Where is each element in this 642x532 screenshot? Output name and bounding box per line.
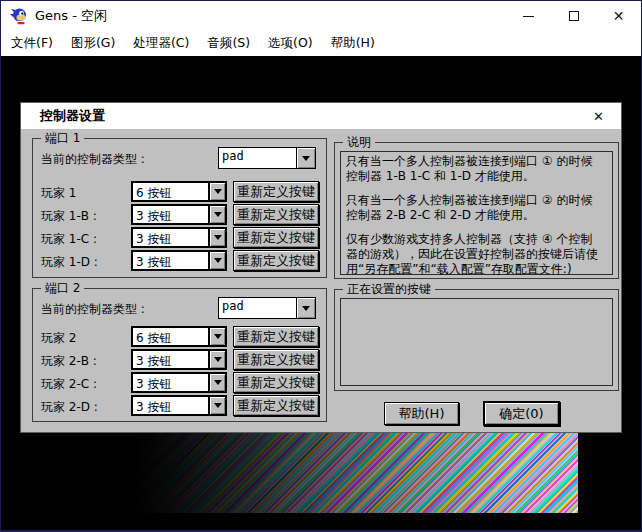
player-2c-combo-arrow-button[interactable] <box>208 374 225 391</box>
menu-item-cpu[interactable]: 处理器(C) <box>124 32 198 55</box>
dialog-title: 控制器设置 <box>40 107 105 125</box>
port1-type-combobox[interactable]: pad <box>218 147 316 169</box>
menu-item-file[interactable]: 文件(F) <box>2 32 62 55</box>
player-2c-label: 玩家 2-C : <box>41 376 97 393</box>
port2-type-value: pad <box>219 298 296 318</box>
player-1c-buttons-value: 3 按钮 <box>133 229 208 246</box>
player-1c-buttons-combobox[interactable]: 3 按钮 <box>131 227 227 248</box>
ok-button[interactable]: 确定(0) <box>483 401 560 426</box>
keys-status-group-label: 正在设置的按键 <box>343 282 435 296</box>
player-1b-combo-arrow-button[interactable] <box>208 206 225 223</box>
player-1-redefine-button[interactable]: 重新定义按键 <box>233 181 319 202</box>
player-1c-combo-arrow-button[interactable] <box>208 229 225 246</box>
menu-item-options[interactable]: 选项(O) <box>259 32 322 55</box>
port2-group: 端口 2 当前的控制器类型 : pad 玩家 2 6 按钮 重新定义按键 玩家 … <box>32 288 327 422</box>
player-2b-buttons-value: 3 按钮 <box>133 351 208 368</box>
instructions-paragraph: 仅有少数游戏支持多人控制器（支持 ④ 个控制器的游戏），因此在设置好控制器的按键… <box>346 232 599 277</box>
menubar: 文件(F) 图形(G) 处理器(C) 音频(S) 选项(O) 帮助(H) <box>1 31 641 56</box>
port1-type-combo-arrow-button[interactable] <box>296 148 315 168</box>
player-1b-redefine-button[interactable]: 重新定义按键 <box>233 204 319 225</box>
player-2c-redefine-button[interactable]: 重新定义按键 <box>233 372 319 393</box>
player-1d-redefine-button[interactable]: 重新定义按键 <box>233 250 319 271</box>
chevron-down-icon <box>214 189 222 194</box>
maximize-button[interactable] <box>551 1 596 31</box>
port2-type-combo-arrow-button[interactable] <box>296 298 315 318</box>
chevron-down-icon <box>214 334 222 339</box>
player-2-combo-arrow-button[interactable] <box>208 328 225 345</box>
window-title: Gens - 空闲 <box>35 7 107 25</box>
player-1-label: 玩家 1 <box>41 185 76 202</box>
player-2d-combo-arrow-button[interactable] <box>208 397 225 414</box>
player-2d-redefine-button[interactable]: 重新定义按键 <box>233 395 319 416</box>
player-1c-label: 玩家 1-C : <box>41 231 97 248</box>
dialog-body: 端口 1 当前的控制器类型 : pad 玩家 1 6 按钮 重新定义按键 玩家 … <box>21 129 621 432</box>
port1-type-value: pad <box>219 148 296 168</box>
chevron-down-icon <box>214 357 222 362</box>
port2-type-label: 当前的控制器类型 : <box>41 301 145 318</box>
port2-group-label: 端口 2 <box>41 281 84 295</box>
player-1d-buttons-combobox[interactable]: 3 按钮 <box>131 250 227 271</box>
player-1d-label: 玩家 1-D : <box>41 254 98 271</box>
player-1c-redefine-button[interactable]: 重新定义按键 <box>233 227 319 248</box>
minimize-button[interactable] <box>506 1 551 31</box>
chevron-down-icon <box>302 156 310 161</box>
player-2-redefine-button[interactable]: 重新定义按键 <box>233 326 319 347</box>
chevron-down-icon <box>214 380 222 385</box>
player-1-buttons-combobox[interactable]: 6 按钮 <box>131 181 227 202</box>
menu-item-sound[interactable]: 音频(S) <box>198 32 259 55</box>
chevron-down-icon <box>214 212 222 217</box>
dialog-close-button[interactable]: ✕ <box>588 107 609 126</box>
player-1b-buttons-combobox[interactable]: 3 按钮 <box>131 204 227 225</box>
player-2-buttons-value: 6 按钮 <box>133 328 208 345</box>
chevron-down-icon <box>214 403 222 408</box>
keys-status-group: 正在设置的按键 <box>334 289 619 391</box>
close-icon: ✕ <box>613 9 625 23</box>
port1-group-label: 端口 1 <box>41 131 84 145</box>
player-1-combo-arrow-button[interactable] <box>208 183 225 200</box>
dialog-titlebar: 控制器设置 ✕ <box>21 103 621 129</box>
close-button[interactable]: ✕ <box>596 1 641 31</box>
player-1-buttons-value: 6 按钮 <box>133 183 208 200</box>
window-titlebar: Gens - 空闲 ✕ <box>1 1 641 31</box>
player-2-buttons-combobox[interactable]: 6 按钮 <box>131 326 227 347</box>
player-2c-buttons-combobox[interactable]: 3 按钮 <box>131 372 227 393</box>
caption-buttons: ✕ <box>506 1 641 31</box>
player-1d-combo-arrow-button[interactable] <box>208 252 225 269</box>
player-1d-buttons-value: 3 按钮 <box>133 252 208 269</box>
maximize-icon <box>569 11 579 21</box>
emulator-static <box>100 433 578 513</box>
instructions-paragraph: 只有当一个多人控制器被连接到端口 ② 的时候控制器 2-B 2-C 和 2-D … <box>346 193 599 223</box>
help-button[interactable]: 帮助(H) <box>384 402 459 425</box>
chevron-down-icon <box>214 235 222 240</box>
port1-group: 端口 1 当前的控制器类型 : pad 玩家 1 6 按钮 重新定义按键 玩家 … <box>32 138 327 278</box>
app-icon <box>10 7 28 25</box>
player-2b-combo-arrow-button[interactable] <box>208 351 225 368</box>
port2-type-combobox[interactable]: pad <box>218 297 316 319</box>
chevron-down-icon <box>214 258 222 263</box>
keys-status-panel <box>340 298 613 386</box>
instructions-group-label: 说明 <box>343 135 375 149</box>
player-1b-label: 玩家 1-B : <box>41 208 97 225</box>
player-2c-buttons-value: 3 按钮 <box>133 374 208 391</box>
player-2b-label: 玩家 2-B : <box>41 353 97 370</box>
player-2d-label: 玩家 2-D : <box>41 399 98 416</box>
menu-item-help[interactable]: 帮助(H) <box>322 32 384 55</box>
minimize-icon <box>523 16 534 17</box>
instructions-panel: 只有当一个多人控制器被连接到端口 ① 的时候控制器 1-B 1-C 和 1-D … <box>340 151 613 275</box>
player-2d-buttons-value: 3 按钮 <box>133 397 208 414</box>
player-2-label: 玩家 2 <box>41 330 76 347</box>
chevron-down-icon <box>302 306 310 311</box>
player-2b-buttons-combobox[interactable]: 3 按钮 <box>131 349 227 370</box>
port1-type-label: 当前的控制器类型 : <box>41 151 145 168</box>
player-2d-buttons-combobox[interactable]: 3 按钮 <box>131 395 227 416</box>
instructions-paragraph: 只有当一个多人控制器被连接到端口 ① 的时候控制器 1-B 1-C 和 1-D … <box>346 154 599 184</box>
player-2b-redefine-button[interactable]: 重新定义按键 <box>233 349 319 370</box>
instructions-group: 说明 只有当一个多人控制器被连接到端口 ① 的时候控制器 1-B 1-C 和 1… <box>334 142 619 279</box>
menu-item-graphics[interactable]: 图形(G) <box>62 32 124 55</box>
player-1b-buttons-value: 3 按钮 <box>133 206 208 223</box>
controller-settings-dialog: 控制器设置 ✕ 端口 1 当前的控制器类型 : pad 玩家 1 6 按钮 重新… <box>20 102 622 433</box>
